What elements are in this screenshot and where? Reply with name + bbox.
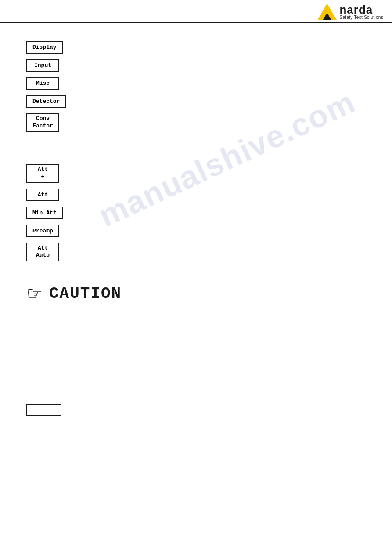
middle-button-group: Att+ Att Min Att Preamp AttAuto <box>26 164 366 267</box>
input-button[interactable]: Input <box>26 59 59 72</box>
conv-factor-button[interactable]: ConvFactor <box>26 113 59 132</box>
misc-button[interactable]: Misc <box>26 77 59 90</box>
logo: narda Safety Test Solutions <box>317 4 383 20</box>
caution-label: CAUTION <box>49 285 122 303</box>
preamp-button[interactable]: Preamp <box>26 225 59 237</box>
att-auto-button[interactable]: AttAuto <box>26 243 59 262</box>
main-content: Display Input Misc Detector ConvFactor A… <box>0 23 392 427</box>
header: narda Safety Test Solutions <box>0 0 392 23</box>
top-button-group: Display Input Misc Detector ConvFactor <box>26 41 366 138</box>
display-button[interactable]: Display <box>26 41 63 54</box>
logo-text: narda Safety Test Solutions <box>339 4 383 20</box>
brand-name: narda <box>339 4 383 15</box>
detector-button[interactable]: Detector <box>26 95 66 108</box>
logo-triangle-icon <box>317 4 337 20</box>
att-plus-button[interactable]: Att+ <box>26 164 59 183</box>
brand-subtitle: Safety Test Solutions <box>339 15 383 20</box>
min-att-button[interactable]: Min Att <box>26 207 63 219</box>
caution-section: ☞ CAUTION <box>26 284 366 303</box>
att-button[interactable]: Att <box>26 189 59 201</box>
hand-icon: ☞ <box>26 284 43 303</box>
bottom-button[interactable] <box>26 404 61 416</box>
